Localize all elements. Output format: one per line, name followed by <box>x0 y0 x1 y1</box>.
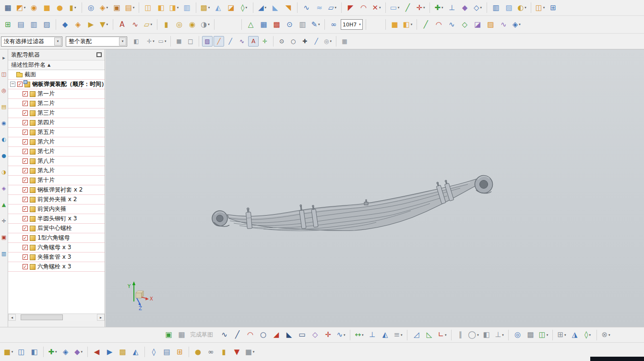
component-checkbox[interactable]: ✓ <box>23 264 28 269</box>
dropdown-arrow-icon[interactable]: ▾ <box>423 6 425 10</box>
helix-tool-icon[interactable]: ∿ <box>498 18 510 31</box>
dropdown-arrow-icon[interactable]: ▾ <box>107 6 108 10</box>
dropdown-arrow-icon[interactable]: ▾ <box>608 333 610 337</box>
selection-up-icon[interactable]: ✛▾ <box>145 36 156 47</box>
dropdown-arrow-icon[interactable]: ▾ <box>74 6 76 10</box>
assembly-constraints-icon[interactable]: ⊥ <box>446 1 458 14</box>
tree-item[interactable]: ✓半圆头铆钉 x 3 <box>8 214 105 224</box>
reuse-library-tab-icon[interactable]: ◉ <box>0 119 8 127</box>
through-curves-icon[interactable]: ∿ <box>300 1 312 14</box>
surface-tool-icon[interactable]: ◪ <box>472 18 484 31</box>
dropdown-arrow-icon[interactable]: ▾ <box>519 23 521 26</box>
tolerance-combo[interactable]: 10H7▾ <box>341 19 363 30</box>
exploded-views-icon[interactable]: ◊ <box>148 346 160 358</box>
new-component-icon[interactable]: ◈ <box>60 346 72 358</box>
intersect-icon[interactable]: ◨▾ <box>168 1 180 14</box>
studio-spline-icon[interactable]: ∿▾ <box>335 329 347 341</box>
mirror-assembly-icon[interactable]: ◇▾ <box>472 1 484 14</box>
dropdown-arrow-icon[interactable]: ▾ <box>81 350 83 354</box>
edge-blend-icon[interactable]: ◢▾ <box>256 1 268 14</box>
tree-column-header[interactable]: 描述性部件名 ▲ <box>8 60 105 70</box>
part-navigator-tab-icon[interactable]: ▤ <box>0 102 8 111</box>
dropdown-arrow-icon[interactable]: ▾ <box>208 23 210 26</box>
draft-icon[interactable]: ◥ <box>282 1 294 14</box>
unite-icon[interactable]: ◫ <box>142 1 154 14</box>
tree-item[interactable]: 截面 <box>8 70 105 80</box>
window-icon[interactable]: ◫▾ <box>534 1 546 14</box>
manufacturing-wizards-tab-icon[interactable]: ✛ <box>0 217 8 225</box>
allow-selection-edges-icon[interactable]: ╱ <box>225 36 236 47</box>
gauge-icon[interactable]: ⊙ <box>284 18 296 31</box>
component-checkbox[interactable]: ✓ <box>23 168 28 173</box>
component-checkbox[interactable]: ✓ <box>23 216 28 221</box>
roles-tab-icon[interactable]: ▣ <box>0 233 8 241</box>
dropdown-arrow-icon[interactable]: ▾ <box>245 6 247 10</box>
find-component-icon[interactable]: ◫ <box>15 346 27 358</box>
pattern-component-icon[interactable]: ▩ <box>117 346 129 358</box>
dropdown-arrow-icon[interactable]: ▾ <box>265 6 267 10</box>
highlight-hidden-icon[interactable]: ▨ <box>202 36 213 47</box>
component-checkbox[interactable]: ✓ <box>23 91 28 96</box>
dropdown-arrow-icon[interactable]: ▾ <box>24 6 26 10</box>
auto-constrain-icon[interactable]: ≡▾ <box>392 329 404 341</box>
component-checkbox[interactable]: ✓ <box>23 110 28 116</box>
snap-intersection-icon[interactable]: ✚ <box>299 36 310 47</box>
dropdown-arrow-icon[interactable]: ▾ <box>589 333 591 337</box>
process-studio-tab-icon[interactable]: ▲ <box>0 200 8 209</box>
text-on-path-icon[interactable]: ∿ <box>129 18 141 31</box>
resource-bar-expand-icon[interactable]: ▸ <box>0 53 8 62</box>
constraint-table-icon[interactable]: ▩ <box>271 18 283 31</box>
fillet-icon[interactable]: ◢ <box>270 329 282 341</box>
line-tool-icon[interactable]: ╱ <box>420 18 432 31</box>
history-tab-icon[interactable]: ◑ <box>0 168 8 176</box>
pattern-curve-icon[interactable]: ▩ <box>525 329 537 341</box>
right-spring-eye[interactable] <box>475 176 493 193</box>
dropdown-arrow-icon[interactable]: ▾ <box>165 39 167 43</box>
component-checkbox[interactable]: ✓ <box>23 197 28 202</box>
tree-item[interactable]: ✓六角螺母 x 3 <box>8 243 105 253</box>
arc-tool-icon[interactable]: ◠ <box>433 18 445 31</box>
pad-icon[interactable]: ▤▾ <box>124 1 136 14</box>
clamp-1[interactable] <box>246 207 252 229</box>
component-checkbox[interactable]: ✓ <box>17 82 23 87</box>
snap-circle-icon[interactable]: ○ <box>288 36 298 47</box>
component-checkbox[interactable]: ✓ <box>23 235 28 241</box>
quick-trim-icon[interactable]: ◿ <box>410 329 422 341</box>
chevron-down-icon[interactable]: ▾ <box>119 37 126 46</box>
point-icon[interactable]: ✛▾ <box>415 1 427 14</box>
dropdown-arrow-icon[interactable]: ▾ <box>441 6 443 10</box>
expand-gallery-icon[interactable]: ⊞ <box>547 1 559 14</box>
display-cube-icon[interactable]: ■▾ <box>244 346 256 358</box>
chamfer-icon[interactable]: ◣ <box>283 329 295 341</box>
shaded-solid-icon[interactable]: ■ <box>174 36 184 47</box>
offset-face-icon[interactable]: ◪ <box>225 1 237 14</box>
pattern-feature-icon[interactable]: ▩▾ <box>199 1 211 14</box>
wireframe-solid-icon[interactable]: □ <box>185 36 196 47</box>
tree-item[interactable]: −✓钢板弹簧装配（顺序：时间） <box>8 80 105 89</box>
mirror-feature-icon[interactable]: ◭ <box>212 1 224 14</box>
rapid-dimension-icon[interactable]: ↔▾ <box>353 329 365 341</box>
add-component-bottom-icon[interactable]: ✚▾ <box>47 346 59 358</box>
grid-display-icon[interactable]: ▦ <box>339 36 350 47</box>
mirror-assembly-bottom-icon[interactable]: ◭ <box>130 346 142 358</box>
left-spring-eye[interactable] <box>212 211 229 227</box>
component-checkbox[interactable]: ✓ <box>23 206 28 212</box>
polish-icon[interactable]: ◈ <box>72 18 84 31</box>
interpart-link-icon[interactable]: ∞ <box>205 346 217 358</box>
ball-tool-icon[interactable]: ● <box>192 346 204 358</box>
edit-section-icon[interactable]: ▨ <box>503 1 515 14</box>
cylinder-icon[interactable]: ▮▾ <box>67 1 79 14</box>
component-checkbox[interactable]: ✓ <box>23 101 28 106</box>
dropdown-arrow-icon[interactable]: ▾ <box>525 6 526 10</box>
dropdown-arrow-icon[interactable]: ▾ <box>401 333 403 337</box>
component-checkbox[interactable]: ✓ <box>23 139 28 144</box>
boss-icon[interactable]: ◈▾ <box>98 1 110 14</box>
dropdown-arrow-icon[interactable]: ▾ <box>344 333 346 337</box>
ruled-surface-icon[interactable]: ▱▾ <box>326 1 338 14</box>
tree-item[interactable]: ✓第八片 <box>8 156 105 166</box>
offset-curve-icon[interactable]: ◎ <box>512 329 524 341</box>
component-checkbox[interactable]: ✓ <box>23 245 28 250</box>
dropdown-arrow-icon[interactable]: ▾ <box>335 6 337 10</box>
tools-icon[interactable]: ◆ <box>59 18 71 31</box>
coil-icon[interactable]: ◑▾ <box>199 18 211 31</box>
